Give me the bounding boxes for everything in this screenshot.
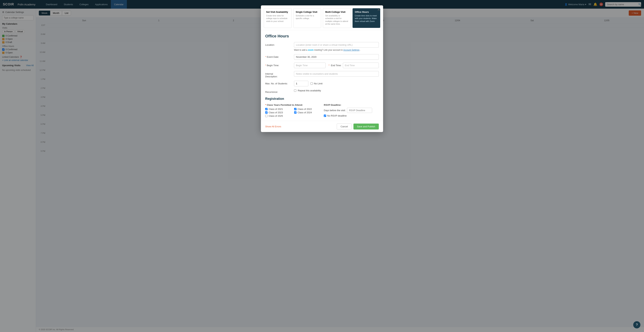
begin-time-input[interactable] [294,63,326,68]
internal-desc-label: InternalDescription: [265,71,294,78]
max-students-label: Max. No. of Students: [265,81,294,85]
event-date-label: * Event Date: [265,54,294,58]
time-inputs: * End Time: [294,63,379,68]
end-time-required: * [328,64,329,67]
recurrence-controls: Repeat this availability [294,89,379,92]
recurrence-label: Recurrence: [265,89,294,93]
account-settings-link[interactable]: Account Settings [343,49,360,51]
event-date-content [294,54,379,60]
footer-btns: Cancel Save and Publish [337,124,379,130]
class-2023[interactable]: Class of 2023 [265,111,291,114]
single-college-desc: Schedule a visit for a specific college. [296,15,319,20]
class-2021[interactable]: Class of 2021 [265,108,291,110]
save-publish-button[interactable]: Save and Publish [354,124,379,130]
registration-grid: * Class Years Permitted to Attend: Class… [265,104,379,117]
no-rsvp-checkbox[interactable] [324,115,326,117]
multi-college-title: Multi-College Visit [325,11,348,13]
class-2024[interactable]: Class of 2024 [294,111,320,114]
class-2025-checkbox[interactable] [265,115,268,117]
max-students-row: Max. No. of Students: No Limit [265,81,379,86]
type-card-single-college[interactable]: Single College Visit Schedule a visit fo… [294,8,321,28]
event-date-input[interactable] [294,54,379,60]
zoom-hint: Want to add a zoom meeting? Link your ac… [294,49,379,51]
no-limit-checkbox[interactable] [310,82,313,85]
reg-left: * Class Years Permitted to Attend: Class… [265,104,320,117]
type-card-set-visit[interactable]: Set Visit Availability Create time slots… [264,8,292,28]
office-hours-card-title: Office Hours [355,11,378,13]
internal-desc-content [294,71,379,77]
rsvp-deadline-input[interactable] [347,108,372,113]
time-row: * Begin Time: * End Time: [265,63,379,68]
time-content: * End Time: [294,63,379,68]
class-years-label: * Class Years Permitted to Attend: [265,104,320,106]
set-visit-desc: Create time slots for college reps to sc… [266,15,289,23]
event-date-row: * Event Date: [265,54,379,60]
max-students-input[interactable] [294,81,308,86]
type-cards: Set Visit Availability Create time slots… [261,6,383,30]
cancel-button[interactable]: Cancel [337,124,352,130]
single-college-title: Single College Visit [296,11,319,13]
office-hours-modal: ✕ Set Visit Availability Create time slo… [261,6,383,132]
end-time-label: End Time: [331,64,342,67]
class-2025[interactable]: Class of 2025 [265,115,291,117]
no-rsvp-check[interactable]: No RSVP deadline [324,114,379,117]
no-limit-label[interactable]: No Limit [310,82,322,85]
office-hours-card-desc: Create time slots to meet with your stud… [355,15,378,23]
zoom-logo: zoom [308,49,314,51]
max-students-controls: No Limit [294,81,379,86]
modal-overlay: ✕ Set Visit Availability Create time slo… [0,0,644,332]
end-time-input[interactable] [343,63,379,68]
rsvp-days-row: Days before the visit: [324,108,379,113]
repeat-checkbox[interactable] [294,89,296,92]
internal-desc-input[interactable] [294,71,379,77]
set-visit-title: Set Visit Availability [266,11,289,13]
end-time-group: * End Time: [328,63,379,68]
max-students-content: No Limit [294,81,379,86]
modal-body: Office Hours Location: Want to add a zoo… [261,30,383,121]
rsvp-deadline-label: RSVP Deadline: [324,104,379,106]
class-2021-checkbox[interactable] [265,108,268,110]
show-errors-btn[interactable]: Show All Errors [265,125,281,128]
internal-desc-row: InternalDescription: [265,71,379,78]
help-button[interactable]: ? [633,321,640,328]
multi-college-desc: Set availability or schedule a visit for… [325,15,348,26]
location-label: Location: [265,42,294,46]
begin-time-label: * Begin Time: [265,63,294,67]
recurrence-row: Recurrence: Repeat this availability [265,89,379,93]
type-card-multi-college[interactable]: Multi-College Visit Set availability or … [323,8,351,28]
event-date-required: * [265,56,266,58]
location-input[interactable] [294,42,379,48]
type-card-office-hours[interactable]: Office Hours Create time slots to meet w… [352,8,380,28]
modal-close-btn[interactable]: ✕ [377,8,380,12]
recurrence-content: Repeat this availability [294,89,379,92]
class-years-required: * [265,104,266,106]
class-2024-checkbox[interactable] [294,111,296,114]
modal-footer: Show All Errors Cancel Save and Publish [261,121,383,132]
modal-title: Office Hours [265,34,379,39]
class-2023-checkbox[interactable] [265,111,268,114]
begin-time-field [294,63,326,68]
reg-right: RSVP Deadline: Days before the visit: No… [324,104,379,117]
location-row: Location: Want to add a zoom meeting? Li… [265,42,379,51]
location-content: Want to add a zoom meeting? Link your ac… [294,42,379,51]
class-checkboxes: Class of 2021 Class of 2022 Class of 202… [265,108,320,117]
class-2022-checkbox[interactable] [294,108,296,110]
class-2022[interactable]: Class of 2022 [294,108,320,110]
registration-title: Registration [265,97,379,101]
begin-time-required: * [265,64,266,67]
